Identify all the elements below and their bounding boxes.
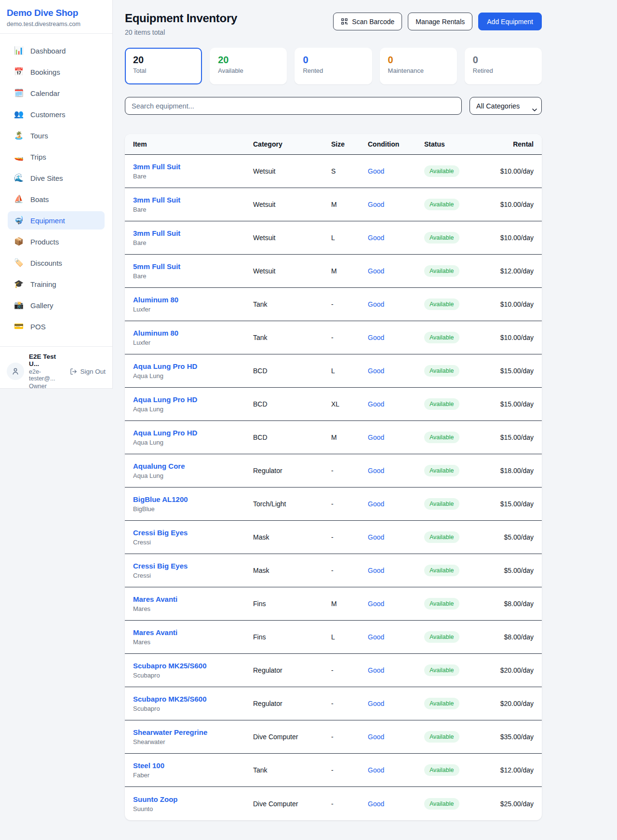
cell-status: Available [424,598,477,610]
sidebar-item-pos[interactable]: 💳POS [8,317,105,336]
condition-link[interactable]: Good [368,633,424,641]
item-brand: Aqua Lung [133,406,253,413]
stat-card-available[interactable]: 20Available [210,48,287,84]
item-name-link[interactable]: Aluminum 80 [133,329,253,337]
cell-category: Regulator [253,666,331,674]
item-name-link[interactable]: Cressi Big Eyes [133,528,253,537]
condition-link[interactable]: Good [368,666,424,674]
stat-label: Retired [473,67,534,74]
category-filter[interactable]: All Categories [469,97,542,115]
diving-mask-icon: 🤿 [13,217,24,224]
sidebar-item-customers[interactable]: 👥Customers [8,105,105,123]
cell-size: L [331,633,368,641]
cell-rental: $5.00/day [477,567,534,574]
item-cell: Aqua Lung Pro HDAqua Lung [133,395,253,413]
cell-status: Available [424,465,477,476]
condition-link[interactable]: Good [368,800,424,808]
item-name-link[interactable]: 3mm Full Suit [133,229,253,237]
manage-rentals-button[interactable]: Manage Rentals [408,13,472,30]
camera-icon: 📸 [13,301,24,309]
condition-link[interactable]: Good [368,167,424,175]
sidebar-item-trips[interactable]: 🚤Trips [8,148,105,166]
search-input[interactable] [125,97,462,115]
sidebar-item-products[interactable]: 📦Products [8,232,105,251]
item-name-link[interactable]: Aqua Lung Pro HD [133,362,253,370]
condition-link[interactable]: Good [368,500,424,508]
condition-link[interactable]: Good [368,300,424,308]
item-name-link[interactable]: 3mm Full Suit [133,196,253,204]
item-name-link[interactable]: Aqualung Core [133,462,253,470]
stat-card-maintenance[interactable]: 0Maintenance [380,48,457,84]
stat-card-total[interactable]: 20Total [125,48,202,84]
item-cell: Shearwater PeregrineShearwater [133,728,253,745]
item-name-link[interactable]: Mares Avanti [133,595,253,603]
sidebar-item-gallery[interactable]: 📸Gallery [8,296,105,314]
table-row: Scubapro MK25/S600ScubaproRegulator-Good… [125,654,542,687]
condition-link[interactable]: Good [368,234,424,242]
item-name-link[interactable]: Cressi Big Eyes [133,562,253,570]
item-cell: Aluminum 80Luxfer [133,296,253,313]
status-badge: Available [424,631,459,643]
sidebar-item-training[interactable]: 🎓Training [8,275,105,293]
item-name-link[interactable]: 3mm Full Suit [133,163,253,171]
sidebar-item-discounts[interactable]: 🏷️Discounts [8,254,105,272]
add-equipment-button[interactable]: Add Equipment [478,13,542,30]
sidebar-item-label: Equipment [30,217,65,225]
condition-link[interactable]: Good [368,733,424,741]
brand-title[interactable]: Demo Dive Shop [7,8,106,18]
item-name-link[interactable]: Shearwater Peregrine [133,728,253,736]
item-brand: Cressi [133,572,253,579]
app-root: Demo Dive Shop demo.test.divestreams.com… [0,0,617,840]
condition-link[interactable]: Good [368,201,424,208]
condition-link[interactable]: Good [368,334,424,341]
item-cell: 3mm Full SuitBare [133,229,253,246]
sidebar-item-label: Dashboard [30,47,66,55]
condition-link[interactable]: Good [368,567,424,574]
scan-barcode-label: Scan Barcode [352,18,394,26]
item-name-link[interactable]: Aqua Lung Pro HD [133,429,253,437]
condition-link[interactable]: Good [368,367,424,375]
condition-link[interactable]: Good [368,600,424,608]
item-name-link[interactable]: Steel 100 [133,761,253,770]
condition-link[interactable]: Good [368,533,424,541]
cell-category: Dive Computer [253,800,331,808]
item-name-link[interactable]: Aluminum 80 [133,296,253,304]
calendar-page-icon: 📅 [13,68,24,76]
stat-card-retired[interactable]: 0Retired [465,48,542,84]
sidebar-item-dive-sites[interactable]: 🌊Dive Sites [8,169,105,187]
sidebar-item-dashboard[interactable]: 📊Dashboard [8,41,105,60]
cell-category: BCD [253,400,331,408]
condition-link[interactable]: Good [368,434,424,441]
cell-category: Wetsuit [253,201,331,208]
sidebar-item-label: Gallery [30,301,54,310]
item-cell: Cressi Big EyesCressi [133,562,253,579]
item-name-link[interactable]: Aqua Lung Pro HD [133,395,253,404]
item-name-link[interactable]: Mares Avanti [133,628,253,637]
person-icon [11,367,20,376]
condition-link[interactable]: Good [368,467,424,474]
item-brand: Bare [133,239,253,246]
condition-link[interactable]: Good [368,267,424,275]
condition-link[interactable]: Good [368,766,424,774]
item-name-link[interactable]: BigBlue AL1200 [133,495,253,503]
item-name-link[interactable]: Scubapro MK25/S600 [133,662,253,670]
item-cell: Mares AvantiMares [133,628,253,646]
cell-rental: $20.00/day [477,666,534,674]
condition-link[interactable]: Good [368,700,424,707]
scan-barcode-button[interactable]: Scan Barcode [333,13,402,30]
condition-link[interactable]: Good [368,400,424,408]
stat-card-rented[interactable]: 0Rented [295,48,372,84]
status-badge: Available [424,798,459,810]
sidebar-item-calendar[interactable]: 🗓️Calendar [8,84,105,102]
table-row: Scubapro MK25/S600ScubaproRegulator-Good… [125,687,542,720]
item-name-link[interactable]: Scubapro MK25/S600 [133,695,253,703]
cell-rental: $15.00/day [477,434,534,441]
item-name-link[interactable]: Suunto Zoop [133,795,253,803]
cell-status: Available [424,731,477,743]
item-name-link[interactable]: 5mm Full Suit [133,262,253,271]
sidebar-item-equipment[interactable]: 🤿Equipment [8,211,105,230]
sidebar-item-tours[interactable]: 🏝️Tours [8,126,105,145]
sidebar-item-bookings[interactable]: 📅Bookings [8,63,105,81]
sign-out-button[interactable]: Sign Out [70,368,106,375]
sidebar-item-boats[interactable]: ⛵Boats [8,190,105,208]
